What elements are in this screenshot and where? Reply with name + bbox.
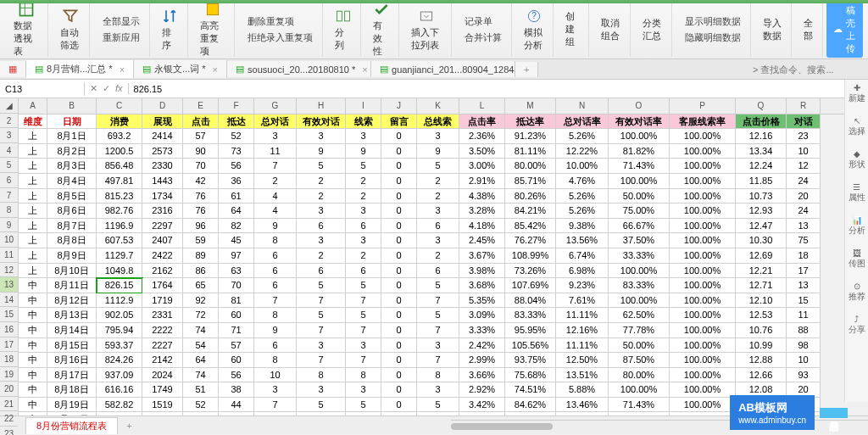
cell[interactable]: 59 — [183, 233, 219, 248]
col-header[interactable]: N — [556, 98, 609, 114]
cell[interactable]: 12.16 — [736, 129, 787, 144]
cell[interactable]: 3 — [417, 412, 459, 415]
cell[interactable]: 107.69% — [505, 278, 556, 293]
cell[interactable]: 82 — [219, 219, 254, 234]
side-new[interactable]: ✚新建 — [849, 83, 865, 104]
cell[interactable]: 3 — [417, 129, 459, 144]
cell[interactable]: 937.09 — [97, 368, 142, 383]
cell[interactable]: 982.76 — [97, 204, 142, 219]
cell[interactable]: 100.00% — [670, 144, 736, 159]
cell[interactable]: 50.00% — [609, 189, 670, 204]
cell[interactable]: 63 — [219, 264, 254, 279]
cell[interactable]: 2.99% — [459, 353, 505, 368]
cancel-icon[interactable]: ✕ — [90, 83, 97, 94]
cell[interactable]: 52 — [183, 398, 219, 413]
row-header[interactable]: 16 — [0, 322, 18, 337]
close-icon[interactable]: × — [120, 64, 125, 75]
cell[interactable]: 1764 — [142, 278, 183, 293]
cell[interactable]: 100.00% — [609, 412, 670, 415]
cell[interactable]: 3 — [346, 233, 381, 248]
side-props[interactable]: ☰属性 — [849, 182, 865, 204]
cell[interactable]: 3 — [346, 412, 381, 415]
cell[interactable]: 93 — [787, 368, 821, 383]
cell[interactable]: 8 — [254, 233, 297, 248]
col-header[interactable]: B — [47, 98, 97, 114]
cell[interactable]: 2162 — [142, 264, 183, 279]
command-search[interactable] — [753, 64, 863, 75]
cell[interactable]: 0 — [381, 204, 417, 219]
cell[interactable]: 2 — [417, 189, 459, 204]
group-button[interactable]: 创建组 — [564, 8, 581, 50]
row-header[interactable]: 2 — [0, 114, 18, 129]
sheet-tab[interactable]: 8月份营销流程表 — [25, 417, 118, 434]
cell[interactable]: 中 — [19, 278, 47, 293]
cell[interactable]: 中 — [19, 338, 47, 354]
sheet-add-button[interactable]: + — [121, 421, 136, 431]
col-header[interactable]: I — [346, 98, 381, 114]
cell[interactable]: 12.53 — [736, 308, 787, 323]
cell[interactable]: 582.82 — [97, 398, 142, 413]
col-header[interactable]: R — [787, 98, 821, 114]
cell[interactable]: 11 — [787, 308, 821, 323]
cell[interactable]: 1443 — [142, 174, 183, 189]
cell[interactable]: 66.67% — [609, 219, 670, 234]
cell[interactable]: 71 — [219, 323, 254, 338]
cell[interactable]: 0 — [381, 293, 417, 309]
cell[interactable]: 2573 — [142, 144, 183, 159]
tab-home[interactable]: ▦ — [0, 61, 26, 77]
cell[interactable]: 3.62% — [459, 412, 505, 415]
cell[interactable]: 83 — [219, 412, 254, 415]
cell[interactable]: 3.33% — [459, 323, 505, 338]
cell[interactable]: 0 — [381, 174, 417, 189]
cell[interactable]: 6 — [254, 278, 297, 293]
cell[interactable]: 12.88 — [736, 353, 787, 368]
name-box[interactable]: C13 — [0, 82, 85, 96]
cell[interactable]: 1519 — [142, 398, 183, 413]
cell[interactable]: 8月3日 — [47, 159, 97, 174]
cell[interactable]: 中 — [19, 308, 47, 323]
cell[interactable]: 37.50% — [609, 233, 670, 248]
row-header[interactable]: 21 — [0, 397, 18, 412]
cell[interactable]: 81.11% — [505, 144, 556, 159]
cell[interactable]: 9 — [417, 144, 459, 159]
cell[interactable]: 2 — [346, 248, 381, 264]
col-header[interactable]: P — [670, 98, 736, 114]
cell[interactable]: 60 — [219, 308, 254, 323]
cell[interactable]: 616.16 — [97, 382, 142, 398]
cell[interactable]: 100.00% — [670, 204, 736, 219]
row-header[interactable]: 12 — [0, 263, 18, 278]
cell[interactable]: 8月17日 — [47, 368, 97, 383]
cell[interactable]: 0 — [381, 323, 417, 338]
cell[interactable]: 12.66 — [736, 368, 787, 383]
cell[interactable]: 上 — [19, 129, 47, 144]
cell[interactable]: 7 — [254, 293, 297, 309]
cell[interactable]: 824.26 — [97, 353, 142, 368]
cell[interactable]: 45 — [219, 233, 254, 248]
cell[interactable]: 3 — [297, 233, 346, 248]
cell[interactable]: 75 — [787, 233, 821, 248]
cell[interactable]: 上 — [19, 144, 47, 159]
cell[interactable]: 100.00% — [670, 338, 736, 354]
cell[interactable]: 89 — [183, 248, 219, 264]
cell[interactable]: 8月12日 — [47, 293, 97, 309]
cell[interactable]: 86.46% — [505, 412, 556, 415]
cell[interactable]: 5 — [346, 278, 381, 293]
row-header[interactable]: 18 — [0, 352, 18, 367]
cell[interactable]: 1719 — [142, 293, 183, 309]
cell[interactable]: 497.81 — [97, 174, 142, 189]
cell[interactable]: 1200.5 — [97, 144, 142, 159]
delete-dup-button[interactable]: 删除重复项 — [245, 14, 315, 29]
cell[interactable]: 6 — [297, 219, 346, 234]
tab-doc2[interactable]: ▤永银文...词 *× — [134, 60, 227, 78]
consolidate-button[interactable]: 合并计算 — [462, 31, 504, 45]
cell[interactable]: 8 — [254, 353, 297, 368]
cell[interactable]: 中 — [19, 293, 47, 309]
cell[interactable]: 8 — [346, 368, 381, 383]
cell[interactable]: 100.00% — [670, 293, 736, 309]
row-header[interactable]: 14 — [0, 293, 18, 308]
cell[interactable]: 795.94 — [97, 323, 142, 338]
cell[interactable]: 10.30 — [736, 233, 787, 248]
cell[interactable]: 80.00% — [505, 159, 556, 174]
cell[interactable]: 70 — [219, 278, 254, 293]
cell[interactable]: 0 — [381, 233, 417, 248]
